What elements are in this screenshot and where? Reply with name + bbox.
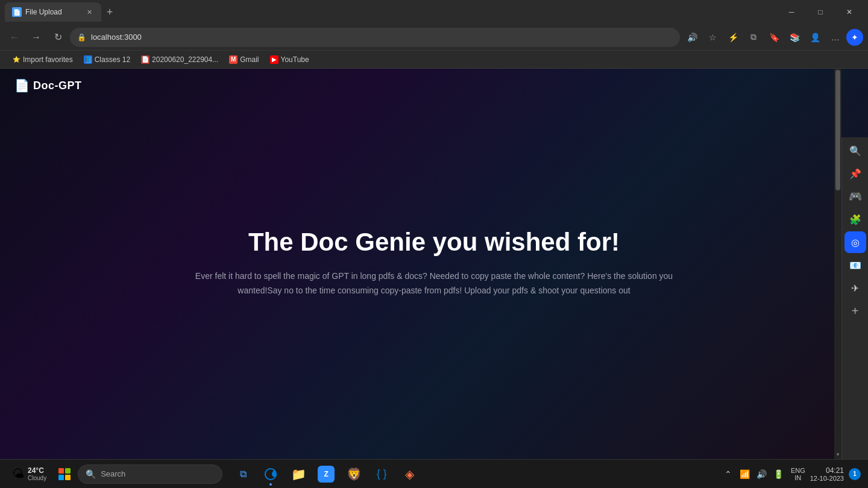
taskbar-app-figma[interactable]: ◈ (396, 461, 423, 487)
tray-clock[interactable]: 04:21 12-10-2023 (810, 466, 844, 482)
weather-icon: 🌤 (12, 467, 24, 481)
sidebar-extensions-icon[interactable]: 🧩 (844, 208, 866, 230)
read-aloud-icon[interactable]: 🔊 (682, 28, 702, 47)
webpage: 📄 Doc-GPT The Doc Genie you wished for! … (0, 69, 868, 459)
notification-badge[interactable]: 1 (849, 468, 861, 480)
taskbar-apps: ⧉ 📁 Z 🦁 { } ◈ (230, 461, 423, 487)
taskbar-app-brave[interactable]: 🦁 (341, 461, 367, 487)
tray-wifi-icon[interactable]: 📶 (738, 467, 752, 481)
import-favorites-icon: ⭐ (12, 55, 20, 64)
scrollbar-track[interactable]: ▲ ▼ (834, 69, 841, 459)
taskbar: 🌤 24°C Cloudy 🔍 Search ⧉ (0, 459, 868, 488)
tray-time-display: 04:21 (810, 466, 844, 475)
hero-title: The Doc Genie you wished for! (248, 227, 620, 257)
tab-title: File Upload (25, 8, 81, 16)
figma-icon: ◈ (401, 466, 418, 483)
weather-info: 24°C Cloudy (28, 466, 46, 481)
youtube-icon: ▶ (270, 55, 278, 64)
back-button[interactable]: ← (5, 28, 24, 47)
url-text: localhost:3000 (91, 33, 673, 42)
collections-icon[interactable]: 📚 (785, 28, 804, 47)
bookmark-gmail-label: Gmail (240, 55, 259, 64)
taskbar-app-vscode[interactable]: { } (368, 461, 395, 487)
brave-icon: 🦁 (345, 466, 362, 483)
bookmark-classes12[interactable]: 📘 Classes 12 (79, 53, 135, 66)
bookmark-document[interactable]: 📄 20200620_222904... (136, 53, 223, 66)
sidebar-outlook-icon[interactable]: 📧 (844, 254, 866, 276)
forward-button[interactable]: → (27, 28, 46, 47)
tray-icons: ⌃ 📶 🔊 🔋 (721, 467, 786, 481)
logo-icon: 📄 (14, 78, 30, 93)
windows-logo-icon (58, 468, 71, 480)
weather-temp: 24°C (28, 466, 46, 475)
content-area: 📄 Doc-GPT The Doc Genie you wished for! … (0, 69, 868, 459)
copilot-button[interactable]: ✦ (846, 29, 863, 46)
taskbar-tray: ⌃ 📶 🔊 🔋 ENG IN 04:21 12-10-2023 1 (721, 466, 861, 482)
browser-sidebar: 🔍 📌 🎮 🧩 ◎ 📧 ✈ + ⚙ (841, 137, 868, 459)
sidebar-telegram-icon[interactable]: ✈ (844, 277, 866, 299)
browser-toolbar: ← → ↻ 🔒 localhost:3000 🔊 ☆ ⚡ ⧉ 🔖 📚 👤 … ✦ (0, 24, 868, 51)
app-logo: 📄 Doc-GPT (14, 78, 82, 93)
active-tab[interactable]: 📄 File Upload ✕ (5, 2, 101, 22)
profile-icon[interactable]: 👤 (805, 28, 825, 47)
sidebar-copilot-icon[interactable]: ◎ (844, 231, 866, 253)
tab-bar: 📄 File Upload ✕ + (5, 0, 775, 24)
document-icon: 📄 (141, 55, 149, 64)
title-bar: 📄 File Upload ✕ + ─ □ ✕ (0, 0, 868, 24)
gmail-icon: M (229, 55, 237, 64)
scrollbar-thumb[interactable] (835, 70, 840, 190)
more-menu-icon[interactable]: … (826, 28, 845, 47)
classes12-icon: 📘 (84, 55, 92, 64)
split-screen-icon[interactable]: ⧉ (744, 28, 763, 47)
sidebar-search-icon[interactable]: 🔍 (844, 140, 866, 161)
maximize-button[interactable]: □ (807, 0, 834, 24)
favorites-icon[interactable]: ☆ (703, 28, 722, 47)
taskbar-search-text: Search (101, 469, 125, 478)
window-controls: ─ □ ✕ (778, 0, 863, 24)
toolbar-actions: 🔊 ☆ ⚡ ⧉ 🔖 📚 👤 … ✦ (682, 28, 863, 47)
bookmark-gmail[interactable]: M Gmail (224, 53, 263, 66)
weather-widget[interactable]: 🌤 24°C Cloudy (7, 464, 51, 484)
tray-volume-icon[interactable]: 🔊 (755, 467, 769, 481)
tray-battery-icon[interactable]: 🔋 (772, 467, 786, 481)
bookmark-classes12-label: Classes 12 (95, 55, 130, 64)
vscode-icon: { } (373, 466, 390, 483)
logo-text: Doc-GPT (33, 80, 82, 92)
sidebar-add-icon[interactable]: + (844, 300, 866, 322)
weather-desc: Cloudy (28, 475, 46, 481)
tray-date-display: 12-10-2023 (810, 475, 844, 482)
favorites-bar-icon[interactable]: 🔖 (764, 28, 784, 47)
refresh-button[interactable]: ↻ (48, 28, 68, 47)
minimize-button[interactable]: ─ (778, 0, 805, 24)
scroll-down-button[interactable]: ▼ (834, 449, 841, 459)
bookmarks-bar: ⭐ Import favorites 📘 Classes 12 📄 202006… (0, 51, 868, 69)
browser-essentials-icon[interactable]: ⚡ (723, 28, 743, 47)
hero-subtitle: Ever felt it hard to spell the magic of … (193, 269, 675, 298)
taskbar-app-edge[interactable] (257, 461, 284, 487)
taskbar-app-zoom[interactable]: Z (313, 461, 339, 487)
tab-close-button[interactable]: ✕ (84, 7, 94, 17)
bookmark-youtube-label: YouTube (281, 55, 309, 64)
bookmark-import-favorites[interactable]: ⭐ Import favorites (7, 53, 78, 66)
sidebar-pin-icon[interactable]: 📌 (844, 163, 866, 184)
start-button[interactable] (54, 463, 75, 485)
lock-icon: 🔒 (77, 33, 86, 42)
taskbar-task-view[interactable]: ⧉ (230, 461, 256, 487)
new-tab-button[interactable]: + (101, 4, 118, 20)
taskbar-search[interactable]: 🔍 Search (78, 465, 222, 484)
edge-icon (262, 466, 279, 483)
bookmark-import-label: Import favorites (23, 55, 73, 64)
tray-language[interactable]: ENG IN (791, 467, 805, 481)
taskbar-search-icon: 🔍 (86, 469, 96, 479)
tray-chevron-icon[interactable]: ⌃ (721, 467, 735, 481)
bookmark-youtube[interactable]: ▶ YouTube (265, 53, 314, 66)
address-bar[interactable]: 🔒 localhost:3000 (70, 28, 680, 47)
hero-section: The Doc Genie you wished for! Ever felt … (0, 102, 868, 459)
bookmark-document-label: 20200620_222904... (152, 55, 218, 64)
close-button[interactable]: ✕ (835, 0, 863, 24)
sidebar-games-icon[interactable]: 🎮 (844, 186, 866, 207)
task-view-icon: ⧉ (234, 466, 251, 483)
taskbar-app-explorer[interactable]: 📁 (285, 461, 312, 487)
tab-favicon: 📄 (12, 7, 22, 17)
zoom-icon: Z (318, 466, 335, 483)
